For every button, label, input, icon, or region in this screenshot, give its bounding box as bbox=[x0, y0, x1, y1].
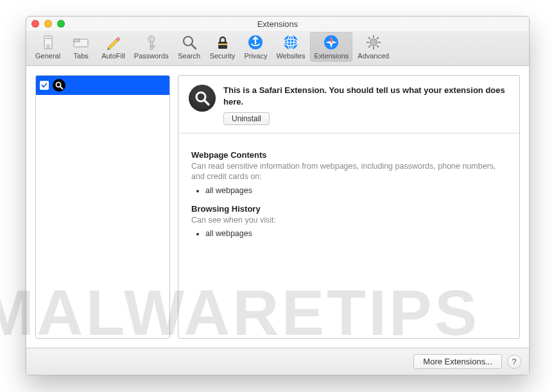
more-extensions-button[interactable]: More Extensions... bbox=[413, 354, 502, 369]
tab-privacy[interactable]: Privacy bbox=[240, 32, 271, 62]
close-window-button[interactable] bbox=[31, 20, 39, 28]
advanced-icon bbox=[365, 33, 383, 51]
svg-rect-4 bbox=[74, 39, 80, 42]
tab-label: General bbox=[35, 52, 60, 60]
security-icon bbox=[214, 33, 232, 51]
minimize-window-button[interactable] bbox=[44, 20, 52, 28]
titlebar: Extensions bbox=[26, 17, 529, 31]
browsing-history-item: all webpages bbox=[205, 229, 506, 238]
tab-label: Extensions bbox=[314, 52, 349, 60]
tab-label: Privacy bbox=[244, 52, 267, 60]
autofill-icon bbox=[104, 33, 122, 51]
tab-label: Passwords bbox=[134, 52, 169, 60]
extension-description: This is a Safari Extension. You should t… bbox=[223, 85, 505, 107]
svg-line-9 bbox=[191, 44, 196, 49]
svg-line-23 bbox=[60, 87, 63, 89]
webpage-contents-title: Webpage Contents bbox=[191, 150, 506, 160]
uninstall-button[interactable]: Uninstall bbox=[223, 112, 270, 125]
privacy-icon bbox=[246, 33, 264, 51]
preferences-toolbar: General Tabs AutoFill Passwords Search bbox=[26, 31, 529, 66]
extension-header: This is a Safari Extension. You should t… bbox=[178, 76, 519, 133]
preferences-window: Extensions General Tabs AutoFill Pa bbox=[26, 16, 530, 375]
webpage-contents-item: all webpages bbox=[205, 186, 506, 195]
passwords-icon bbox=[142, 33, 160, 51]
extension-enable-checkbox[interactable] bbox=[40, 81, 49, 90]
svg-point-21 bbox=[370, 39, 377, 46]
checkmark-icon bbox=[41, 82, 47, 89]
svg-line-25 bbox=[204, 100, 209, 105]
tab-search[interactable]: Search bbox=[174, 32, 205, 62]
svg-rect-10 bbox=[218, 42, 227, 49]
extensions-sidebar bbox=[35, 75, 170, 339]
tab-label: Tabs bbox=[74, 52, 89, 60]
extensions-icon bbox=[322, 33, 340, 51]
help-button[interactable]: ? bbox=[507, 355, 521, 369]
extension-permissions: Webpage Contents Can read sensitive info… bbox=[178, 133, 519, 261]
zoom-window-button[interactable] bbox=[57, 20, 65, 28]
tab-label: Search bbox=[178, 52, 200, 60]
search-icon bbox=[180, 33, 198, 51]
tab-label: Advanced bbox=[358, 52, 389, 60]
extension-magnifier-icon bbox=[53, 79, 65, 92]
tabs-icon bbox=[72, 33, 90, 51]
tab-tabs[interactable]: Tabs bbox=[65, 32, 96, 62]
bottom-bar: More Extensions... ? bbox=[26, 348, 529, 375]
websites-icon bbox=[282, 33, 300, 51]
tab-label: Security bbox=[210, 52, 236, 60]
svg-rect-7 bbox=[150, 46, 154, 47]
tab-label: Websites bbox=[276, 52, 305, 60]
extension-list-item[interactable] bbox=[36, 76, 169, 95]
content-area: This is a Safari Extension. You should t… bbox=[26, 66, 529, 348]
tab-label: AutoFill bbox=[101, 52, 125, 60]
browsing-history-title: Browsing History bbox=[191, 204, 506, 214]
tab-websites[interactable]: Websites bbox=[272, 32, 309, 62]
window-controls bbox=[31, 20, 65, 28]
browsing-history-subtitle: Can see when you visit: bbox=[191, 215, 506, 225]
svg-rect-11 bbox=[218, 44, 227, 45]
general-icon bbox=[39, 33, 57, 51]
tab-advanced[interactable]: Advanced bbox=[354, 32, 393, 62]
extension-large-icon bbox=[189, 85, 216, 112]
tab-security[interactable]: Security bbox=[206, 32, 239, 62]
tab-general[interactable]: General bbox=[31, 32, 64, 62]
extension-detail-panel: This is a Safari Extension. You should t… bbox=[178, 75, 520, 339]
window-title: Extensions bbox=[26, 19, 529, 29]
webpage-contents-subtitle: Can read sensitive information from webp… bbox=[191, 161, 506, 182]
tab-extensions[interactable]: Extensions bbox=[310, 32, 352, 62]
extension-description-block: This is a Safari Extension. You should t… bbox=[223, 85, 509, 125]
tab-passwords[interactable]: Passwords bbox=[130, 32, 173, 62]
tab-autofill[interactable]: AutoFill bbox=[98, 32, 129, 62]
svg-rect-1 bbox=[46, 38, 51, 39]
